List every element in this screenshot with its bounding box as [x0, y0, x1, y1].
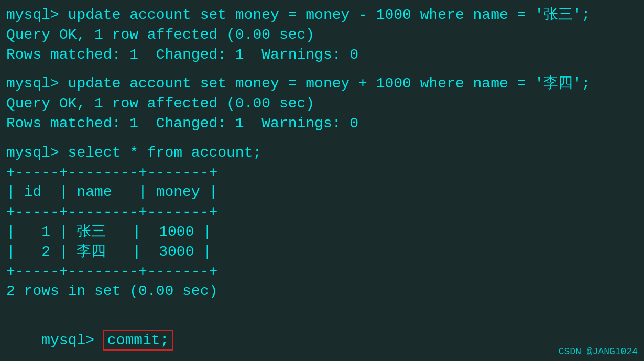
table-border-bottom: +-----+--------+-------+ — [6, 262, 638, 282]
table-border-top: +-----+--------+-------+ — [6, 163, 638, 183]
query-ok-line-2: Query OK, 1 row affected (0.00 sec) — [6, 94, 638, 114]
sql-line-2: mysql> update account set money = money … — [6, 74, 638, 94]
gap-2 — [6, 134, 638, 143]
rows-in-set: 2 rows in set (0.00 sec) — [6, 281, 638, 301]
csdn-watermark: CSDN @JANG1024 — [559, 346, 638, 357]
gap-1 — [6, 64, 638, 74]
query-ok-line-1: Query OK, 1 row affected (0.00 sec) — [6, 25, 638, 45]
mysql-prompt: mysql> — [41, 332, 103, 348]
select-line: mysql> select * from account; — [6, 143, 638, 163]
table-border-mid: +-----+--------+-------+ — [6, 202, 638, 222]
table-row-1: | 1 | 张三 | 1000 | — [6, 222, 638, 242]
table-header: | id | name | money | — [6, 182, 638, 202]
gap-3 — [6, 301, 638, 311]
commit-line: mysql> commit; — [6, 311, 638, 361]
rows-matched-line-1: Rows matched: 1 Changed: 1 Warnings: 0 — [6, 45, 638, 65]
sql-line-1: mysql> update account set money = money … — [6, 5, 638, 25]
rows-matched-line-2: Rows matched: 1 Changed: 1 Warnings: 0 — [6, 114, 638, 134]
commit-command: commit; — [103, 330, 173, 351]
terminal-window: mysql> update account set money = money … — [0, 0, 644, 361]
table-row-2: | 2 | 李四 | 3000 | — [6, 242, 638, 262]
